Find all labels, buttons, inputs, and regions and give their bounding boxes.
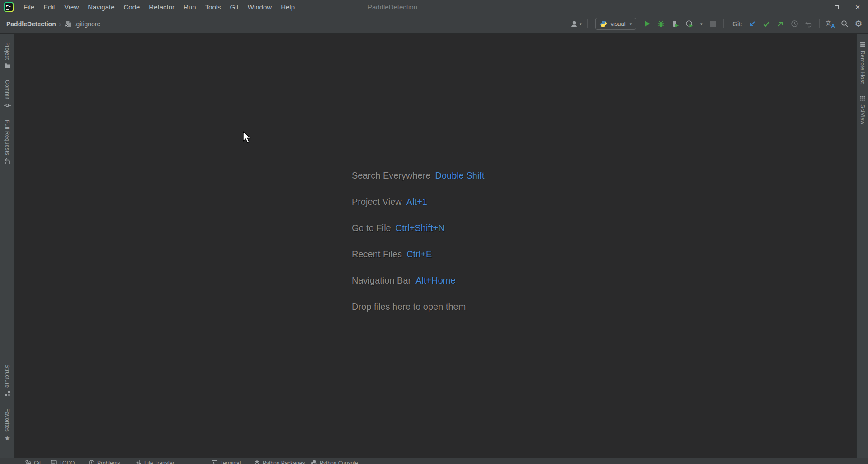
server-icon [859, 42, 866, 48]
translate-button[interactable]: 文 A [826, 18, 835, 30]
menu-view[interactable]: View [60, 0, 83, 14]
search-icon [841, 20, 849, 28]
checkmark-icon [763, 20, 770, 28]
packages-icon [254, 460, 260, 464]
git-rollback-button[interactable] [803, 18, 813, 30]
tool-button-label: Commit [4, 80, 10, 99]
gitignore-file-icon [65, 20, 71, 28]
tool-button-git[interactable]: Git [25, 460, 41, 464]
tool-button-commit[interactable]: Commit [4, 80, 11, 108]
coverage-shield-icon [671, 20, 679, 28]
user-account-button[interactable]: ▾ [571, 18, 582, 30]
run-with-coverage-button[interactable] [670, 18, 680, 30]
pycharm-logo-icon: PC [4, 2, 14, 12]
search-everywhere-button[interactable] [840, 18, 849, 30]
menu-tools[interactable]: Tools [201, 0, 226, 14]
menu-git[interactable]: Git [226, 0, 243, 14]
arrow-down-left-icon [749, 20, 756, 28]
clock-icon [791, 20, 798, 28]
tool-button-project[interactable]: Project [4, 42, 11, 68]
menu-bar: File Edit View Navigate Code Refactor Ru… [19, 0, 299, 14]
toolbar-actions: ▾ visual ▾ [571, 18, 863, 30]
tool-button-python-console[interactable]: Python Console [311, 460, 358, 464]
menu-help[interactable]: Help [276, 0, 299, 14]
menu-edit[interactable]: Edit [39, 0, 60, 14]
menu-window[interactable]: Window [243, 0, 276, 14]
run-configuration-name: visual [610, 20, 625, 27]
tool-button-python-packages[interactable]: Python Packages [254, 460, 305, 464]
gear-icon: ⚙ [854, 19, 862, 28]
debug-button[interactable] [656, 18, 666, 30]
hint-project-view: Project ViewAlt+1 [352, 197, 485, 223]
git-update-button[interactable] [747, 18, 757, 30]
workspace: Project Commit Pull Requests [0, 34, 868, 458]
profiler-clock-icon [685, 20, 693, 28]
debug-bug-icon [657, 20, 665, 28]
star-icon: ★ [4, 435, 10, 441]
tool-button-todo[interactable]: TODO [51, 460, 75, 464]
git-history-button[interactable] [789, 18, 799, 30]
hint-go-to-file: Go to FileCtrl+Shift+N [352, 223, 485, 249]
stop-button[interactable] [708, 18, 717, 30]
folder-icon [4, 62, 11, 68]
keyboard-shortcut-hints: Search EverywhereDouble Shift Project Vi… [352, 170, 485, 328]
hint-drop-files: Drop files here to open them [352, 302, 485, 328]
navigation-bar: PaddleDetection › .gitignore ▾ [0, 14, 868, 34]
close-icon: ✕ [855, 4, 860, 10]
python-icon [600, 20, 607, 28]
left-tool-stripe: Project Commit Pull Requests [0, 34, 15, 458]
git-push-button[interactable] [775, 18, 785, 30]
run-configuration-select[interactable]: visual ▾ [595, 18, 636, 30]
grid-icon [859, 95, 866, 102]
window-title: PaddleDetection [368, 3, 417, 11]
pycharm-window: PC File Edit View Navigate Code Refactor… [0, 0, 868, 464]
tool-button-label: Remote Host [859, 51, 866, 84]
pull-requests-icon [4, 158, 11, 165]
breadcrumb-project[interactable]: PaddleDetection [6, 20, 56, 28]
tool-button-structure[interactable]: Structure [4, 365, 10, 397]
minimize-button[interactable] [806, 0, 826, 14]
tool-button-terminal[interactable]: Terminal [212, 460, 241, 464]
profiler-options-button[interactable]: ▾ [698, 18, 703, 30]
bottom-tool-stripe: Git TODO Problems File Transfer [0, 458, 868, 464]
hint-recent-files: Recent FilesCtrl+E [352, 249, 485, 275]
title-bar: PC File Edit View Navigate Code Refactor… [0, 0, 868, 14]
restore-button[interactable] [826, 0, 847, 14]
commit-icon [4, 103, 11, 108]
problems-icon [89, 460, 94, 464]
todo-list-icon [51, 460, 57, 464]
tool-button-pull-requests[interactable]: Pull Requests [4, 120, 11, 165]
menu-code[interactable]: Code [119, 0, 144, 14]
profiler-button[interactable] [684, 18, 694, 30]
tool-button-remote-host[interactable]: Remote Host [859, 42, 866, 84]
terminal-icon [212, 460, 217, 464]
close-button[interactable]: ✕ [847, 0, 868, 14]
tool-button-file-transfer[interactable]: File Transfer [136, 460, 175, 464]
hint-navigation-bar: Navigation BarAlt+Home [352, 275, 485, 302]
chevron-down-icon: ▾ [630, 22, 632, 26]
right-tool-stripe: Remote Host SciView [856, 34, 868, 458]
run-icon [644, 20, 651, 27]
git-branch-icon [25, 460, 31, 464]
menu-run[interactable]: Run [179, 0, 201, 14]
translate-icon: 文 A [826, 19, 835, 29]
file-transfer-icon [136, 460, 142, 464]
menu-navigate[interactable]: Navigate [83, 0, 119, 14]
menu-refactor[interactable]: Refactor [144, 0, 179, 14]
git-commit-button[interactable] [761, 18, 771, 30]
editor-empty-area[interactable]: Search EverywhereDouble Shift Project Vi… [15, 34, 856, 458]
tool-button-sciview[interactable]: SciView [859, 95, 866, 125]
tool-button-label: Project [4, 42, 10, 60]
toolbar-divider [819, 19, 820, 28]
settings-button[interactable]: ⚙ [854, 18, 863, 30]
tool-button-favorites[interactable]: Favorites ★ [4, 408, 10, 441]
tool-button-problems[interactable]: Problems [89, 460, 120, 464]
breadcrumb: PaddleDetection › .gitignore [6, 20, 100, 28]
stop-icon [710, 21, 716, 27]
arrow-up-right-icon [777, 20, 784, 28]
toolbar-divider [723, 19, 724, 28]
run-button[interactable] [642, 18, 652, 30]
breadcrumb-file[interactable]: .gitignore [75, 20, 101, 28]
tool-button-label: Favorites [4, 408, 10, 432]
menu-file[interactable]: File [19, 0, 39, 14]
